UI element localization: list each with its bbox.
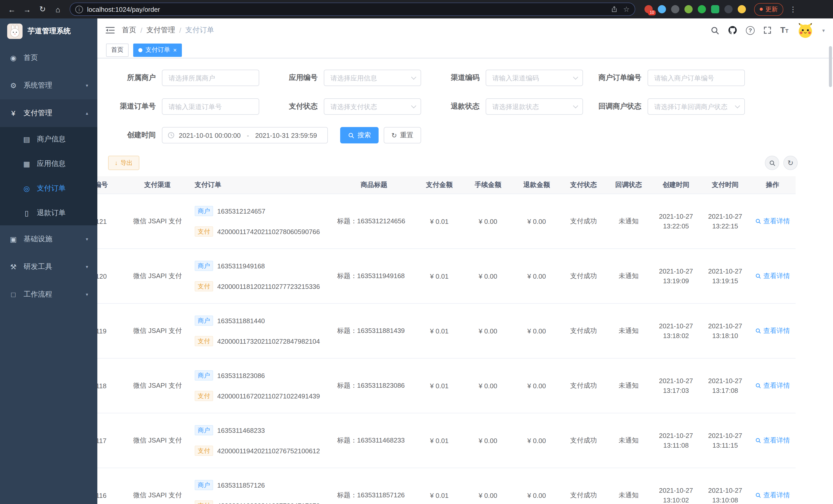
search-icon bbox=[755, 437, 761, 443]
filter-field: 所属商户 bbox=[97, 70, 259, 86]
date-end[interactable]: 2021-10-31 23:59:59 bbox=[255, 131, 317, 139]
sidebar-item-workflow[interactable]: □ 工作流程 ▾ bbox=[0, 281, 97, 308]
table-row: 117 微信 JSAPI 支付 商户 1635311468233 支付 4200… bbox=[97, 413, 795, 468]
filter-input[interactable] bbox=[162, 70, 259, 86]
pay-amount: ¥ 0.01 bbox=[415, 327, 463, 335]
search-icon[interactable] bbox=[711, 26, 719, 34]
view-detail-link[interactable]: 查看详情 bbox=[755, 381, 790, 390]
search-icon bbox=[755, 492, 761, 498]
order-id: 116 bbox=[97, 491, 125, 499]
chevron-down-icon[interactable]: ▾ bbox=[822, 27, 825, 33]
site-info-icon[interactable]: i bbox=[75, 5, 83, 13]
extension-icon[interactable] bbox=[658, 5, 666, 13]
filter-field: 渠道编码 bbox=[421, 70, 583, 86]
refresh-table-button[interactable]: ↻ bbox=[783, 156, 798, 170]
view-detail-link[interactable]: 查看详情 bbox=[755, 491, 790, 500]
pay-amount: ¥ 0.01 bbox=[415, 437, 463, 444]
sidebar-item-home[interactable]: ◉ 首页 bbox=[0, 44, 97, 72]
bookmark-star-icon[interactable]: ☆ bbox=[623, 5, 629, 13]
export-button[interactable]: ↓ 导出 bbox=[108, 156, 139, 170]
dashboard-icon: ◉ bbox=[9, 54, 18, 62]
sidebar-item-app-info[interactable]: ▦ 应用信息 bbox=[0, 152, 97, 176]
extension-icon[interactable] bbox=[711, 5, 719, 13]
search-icon bbox=[769, 160, 776, 166]
sidebar-item-payment[interactable]: ¥ 支付管理 ▴ bbox=[0, 99, 97, 127]
filter-input[interactable] bbox=[486, 70, 583, 86]
font-size-icon[interactable]: TT bbox=[780, 26, 788, 34]
channel-order-no: 4200001174202110278060590766 bbox=[217, 228, 320, 235]
pay-channel: 微信 JSAPI 支付 bbox=[125, 491, 190, 500]
sidebar-item-refund-order[interactable]: ▯ 退款订单 bbox=[0, 201, 97, 225]
filter-input[interactable] bbox=[324, 98, 421, 115]
sidebar-item-pay-order[interactable]: ◎ 支付订单 bbox=[0, 176, 97, 201]
fee-amount: ¥ 0.00 bbox=[463, 382, 512, 389]
sidebar-item-infra[interactable]: ▣ 基础设施 ▾ bbox=[0, 225, 97, 253]
table-row: 116 微信 JSAPI 支付 商户 1635311857126 支付 4200… bbox=[97, 468, 795, 504]
merchant-tag: 商户 bbox=[195, 206, 213, 216]
pay-status: 支付成功 bbox=[561, 217, 606, 226]
goods-title: 标题：1635311468233 bbox=[333, 436, 415, 445]
filter-input[interactable] bbox=[162, 98, 259, 115]
sidebar-item-merchant-info[interactable]: ▤ 商户信息 bbox=[0, 127, 97, 152]
sidebar-item-system[interactable]: ⚙ 系统管理 ▾ bbox=[0, 72, 97, 99]
channel-order-no: 4200001173202110272847982104 bbox=[217, 337, 320, 345]
breadcrumb-payment[interactable]: 支付管理 bbox=[146, 26, 175, 35]
extension-icon[interactable] bbox=[724, 5, 733, 13]
create-time: 2021-10-27 13:11:08 bbox=[651, 431, 701, 450]
reset-button[interactable]: ↻ 重置 bbox=[384, 127, 421, 143]
view-detail-link[interactable]: 查看详情 bbox=[755, 217, 790, 226]
pay-tag: 支付 bbox=[195, 391, 213, 401]
date-start[interactable]: 2021-10-01 00:00:00 bbox=[179, 131, 240, 139]
create-time: 2021-10-27 13:22:05 bbox=[651, 212, 701, 231]
tab-pay-order[interactable]: 支付订单 × bbox=[133, 43, 182, 56]
search-button[interactable]: 搜索 bbox=[340, 127, 379, 143]
filter-input[interactable] bbox=[324, 70, 421, 86]
browser-forward-icon[interactable]: → bbox=[21, 3, 34, 16]
avatar[interactable] bbox=[797, 22, 813, 39]
toggle-search-button[interactable] bbox=[765, 156, 779, 170]
fee-amount: ¥ 0.00 bbox=[463, 272, 512, 280]
browser-chrome: ← → ↻ ⌂ i localhost:1024/pay/order ☆ 10 bbox=[0, 0, 833, 19]
browser-home-icon[interactable]: ⌂ bbox=[51, 3, 65, 16]
pay-channel: 微信 JSAPI 支付 bbox=[125, 271, 190, 281]
breadcrumb-separator: / bbox=[140, 26, 142, 34]
view-detail-link[interactable]: 查看详情 bbox=[755, 271, 790, 281]
extension-icon[interactable] bbox=[685, 5, 693, 13]
browser-menu-icon[interactable]: ⋮ bbox=[789, 5, 796, 13]
extension-icon[interactable] bbox=[671, 5, 679, 13]
share-icon[interactable] bbox=[611, 6, 618, 13]
url-text[interactable]: localhost:1024/pay/order bbox=[87, 5, 607, 13]
github-icon[interactable] bbox=[728, 26, 737, 35]
view-detail-link[interactable]: 查看详情 bbox=[755, 436, 790, 445]
filter-input[interactable] bbox=[486, 98, 583, 115]
filter-field: 商户订单编号 bbox=[583, 70, 745, 86]
pay-amount: ¥ 0.01 bbox=[415, 217, 463, 225]
sidebar-item-devtools[interactable]: ⚒ 研发工具 ▾ bbox=[0, 253, 97, 281]
date-range-input[interactable]: 2021-10-01 00:00:00 - 2021-10-31 23:59:5… bbox=[162, 127, 328, 143]
filter-label: 渠道编码 bbox=[421, 73, 479, 82]
fullscreen-icon[interactable] bbox=[763, 26, 771, 34]
merchant-order-no: 1635311823086 bbox=[217, 371, 265, 379]
extension-icon[interactable] bbox=[698, 5, 706, 13]
address-bar[interactable]: i localhost:1024/pay/order ☆ bbox=[70, 3, 635, 16]
view-detail-link[interactable]: 查看详情 bbox=[755, 326, 790, 335]
notify-status: 未通知 bbox=[606, 381, 651, 390]
browser-update-button[interactable]: 更新 bbox=[754, 3, 783, 16]
browser-reload-icon[interactable]: ↻ bbox=[36, 3, 49, 16]
refund-amount: ¥ 0.00 bbox=[512, 437, 561, 444]
tab-home[interactable]: 首页 bbox=[106, 43, 128, 56]
filter-input[interactable] bbox=[647, 98, 745, 115]
filter-field-create-time: 创建时间 2021-10-01 00:00:00 - 2021-10-31 23… bbox=[97, 127, 328, 143]
scrollbar[interactable] bbox=[829, 46, 832, 87]
close-icon[interactable]: × bbox=[173, 47, 177, 53]
extension-icon[interactable] bbox=[738, 5, 746, 13]
extension-icon[interactable]: 10 bbox=[644, 5, 653, 13]
extensions-row: 10 bbox=[644, 5, 746, 13]
filter-row-date: 创建时间 2021-10-01 00:00:00 - 2021-10-31 23… bbox=[97, 127, 833, 143]
browser-back-icon[interactable]: ← bbox=[5, 3, 19, 16]
merchant-order-no: 1635312124657 bbox=[217, 207, 265, 215]
hamburger-icon[interactable] bbox=[105, 27, 115, 34]
help-icon[interactable]: ? bbox=[746, 26, 755, 34]
breadcrumb-home[interactable]: 首页 bbox=[122, 26, 136, 35]
filter-input[interactable] bbox=[647, 70, 745, 86]
